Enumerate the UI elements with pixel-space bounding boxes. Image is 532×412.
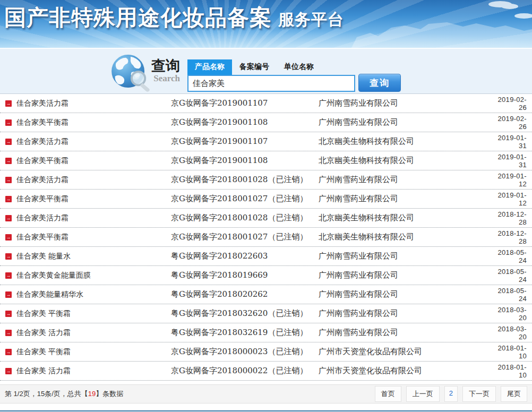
filing-number: 京G妆网备字2019001108	[171, 117, 319, 127]
product-cell: →佳合家美 活力霜	[0, 328, 171, 338]
table-row[interactable]: →佳合家美 平衡霜粤G妆网备字2018032620（已注销）广州南雪药业有限公司…	[0, 304, 532, 323]
globe-magnifier-icon	[109, 52, 150, 92]
product-name: 佳合家美黄金能量面膜	[16, 271, 91, 280]
table-row[interactable]: →佳合家美 活力霜粤G妆网备字2018032619（已注销）广州南雪药业有限公司…	[0, 323, 532, 342]
product-cell: →佳合家美活力霜	[0, 99, 171, 108]
filing-date: 2019-01-31	[495, 134, 527, 150]
pagination-button[interactable]: 首页	[375, 386, 401, 402]
page-subtitle: 服务平台	[278, 11, 344, 28]
company-name: 广州南雪药业有限公司	[319, 308, 495, 319]
table-row[interactable]: →佳合家美 平衡霜京G妆网备字2018000023（已注销）广州市天资堂化妆品有…	[0, 342, 532, 362]
filing-date: 2019-01-31	[495, 153, 527, 169]
product-name: 佳合家美平衡霜	[16, 233, 68, 242]
filing-number: 京G妆网备字2019001108	[171, 156, 319, 166]
logo-query-label: 查询	[151, 59, 180, 73]
page-title: 国产非特殊用途化妆品备案	[4, 5, 272, 30]
arrow-icon: →	[5, 368, 12, 374]
pagination-button[interactable]: 尾页	[501, 386, 527, 402]
company-name: 广州南雪药业有限公司	[319, 117, 495, 127]
table-row[interactable]: →佳合家美 活力霜京G妆网备字2018000022（已注销）广州市天资堂化妆品有…	[0, 362, 532, 381]
result-summary: 第 1/2页，15条/页，总共【19】条数据	[5, 389, 123, 399]
product-cell: →佳合家美活力霜	[0, 213, 171, 223]
filing-date: 2018-05-24	[495, 268, 527, 284]
pagination-button[interactable]: 上一页	[406, 386, 440, 402]
table-row[interactable]: →佳合家美能量精华水粤G妆网备字2018020262广州南雪药业有限公司2018…	[0, 285, 532, 304]
results-table: →佳合家美活力霜京G妆网备字2019001107广州南雪药业有限公司2019-0…	[0, 94, 532, 381]
arrow-icon: →	[5, 100, 12, 107]
arrow-icon: →	[5, 139, 12, 145]
company-name: 广州南雪药业有限公司	[319, 270, 495, 280]
product-name: 佳合家美平衡霜	[16, 118, 68, 127]
product-name: 佳合家美 能量水	[16, 252, 71, 261]
pagination-bar: 第 1/2页，15条/页，总共【19】条数据 首页上一页2下一页尾页	[0, 384, 532, 404]
company-name: 广州南雪药业有限公司	[319, 328, 495, 338]
arrow-icon: →	[5, 253, 12, 260]
product-name: 佳合家美活力霜	[16, 137, 68, 147]
table-row[interactable]: →佳合家美平衡霜京G妆网备字2018001027（已注销）广州南雪药业有限公司2…	[0, 190, 532, 209]
product-cell: →佳合家美能量精华水	[0, 290, 171, 299]
product-name: 佳合家美 平衡霜	[16, 347, 71, 357]
filing-number: 京G妆网备字2018001027（已注销）	[171, 194, 319, 204]
total-count: 19	[88, 390, 96, 398]
filing-date: 2019-02-26	[495, 115, 527, 131]
company-name: 北京幽美生物科技有限公司	[319, 213, 495, 223]
table-row[interactable]: →佳合家美活力霜京G妆网备字2019001107北京幽美生物科技有限公司2019…	[0, 132, 532, 151]
filing-number: 京G妆网备字2018000023（已注销）	[171, 347, 319, 357]
product-cell: →佳合家美平衡霜	[0, 194, 171, 204]
product-name: 佳合家美平衡霜	[16, 156, 68, 166]
table-row[interactable]: →佳合家美活力霜京G妆网备字2018001028（已注销）北京幽美生物科技有限公…	[0, 209, 532, 228]
search-input[interactable]	[187, 75, 355, 92]
table-row[interactable]: →佳合家美 能量水粤G妆网备字2018022603广州南雪药业有限公司2018-…	[0, 247, 532, 266]
filing-number: 粤G妆网备字2018022603	[171, 251, 319, 261]
search-tab-1[interactable]: 产品名称	[187, 59, 232, 75]
filing-date: 2018-05-24	[495, 287, 527, 303]
company-name: 北京幽美生物科技有限公司	[319, 232, 495, 242]
product-cell: →佳合家美平衡霜	[0, 233, 171, 242]
product-name: 佳合家美活力霜	[16, 175, 68, 185]
product-cell: →佳合家美活力霜	[0, 175, 171, 185]
table-row[interactable]: →佳合家美平衡霜京G妆网备字2019001108广州南雪药业有限公司2019-0…	[0, 113, 532, 132]
filing-date: 2018-03-20	[495, 306, 527, 322]
arrow-icon: →	[5, 234, 12, 241]
table-row[interactable]: →佳合家美活力霜京G妆网备字2019001107广州南雪药业有限公司2019-0…	[0, 94, 532, 113]
filing-date: 2018-01-10	[495, 344, 527, 360]
table-row[interactable]: →佳合家美黄金能量面膜粤G妆网备字2018019669广州南雪药业有限公司201…	[0, 266, 532, 285]
product-cell: →佳合家美平衡霜	[0, 156, 171, 166]
filing-number: 京G妆网备字2018001028（已注销）	[171, 213, 319, 223]
product-cell: →佳合家美 平衡霜	[0, 347, 171, 357]
company-name: 北京幽美生物科技有限公司	[319, 136, 495, 147]
product-name: 佳合家美 活力霜	[16, 366, 71, 376]
product-name: 佳合家美能量精华水	[16, 290, 83, 299]
page-number-button[interactable]: 2	[444, 386, 458, 402]
search-tab-3[interactable]: 单位名称	[277, 59, 321, 75]
product-name: 佳合家美 平衡霜	[16, 309, 71, 319]
search-button[interactable]: 查询	[358, 74, 401, 92]
table-row[interactable]: →佳合家美活力霜京G妆网备字2018001028（已注销）广州南雪药业有限公司2…	[0, 170, 532, 190]
pagination-button[interactable]: 下一页	[462, 386, 496, 402]
filing-date: 2019-02-26	[495, 96, 527, 111]
product-cell: →佳合家美 活力霜	[0, 366, 171, 376]
table-row[interactable]: →佳合家美平衡霜京G妆网备字2019001108北京幽美生物科技有限公司2019…	[0, 151, 532, 170]
arrow-icon: →	[5, 311, 12, 317]
filing-number: 粤G妆网备字2018032619（已注销）	[171, 328, 319, 338]
product-name: 佳合家美活力霜	[16, 99, 68, 108]
arrow-icon: →	[5, 215, 12, 221]
filing-number: 粤G妆网备字2018019669	[171, 270, 319, 280]
search-tab-2[interactable]: 备案编号	[232, 59, 277, 75]
product-cell: →佳合家美活力霜	[0, 137, 171, 147]
product-name: 佳合家美平衡霜	[16, 194, 68, 204]
filing-date: 2018-01-10	[495, 363, 527, 379]
company-name: 广州南雪药业有限公司	[319, 175, 495, 185]
world-map-decoration	[341, 0, 532, 48]
company-name: 北京幽美生物科技有限公司	[319, 156, 495, 166]
company-name: 广州市天资堂化妆品有限公司	[319, 366, 495, 376]
filing-date: 2019-01-12	[495, 191, 527, 207]
arrow-icon: →	[5, 272, 12, 279]
table-row[interactable]: →佳合家美平衡霜京G妆网备字2018001027（已注销）北京幽美生物科技有限公…	[0, 228, 532, 247]
arrow-icon: →	[5, 119, 12, 126]
arrow-icon: →	[5, 291, 12, 298]
filing-date: 2019-01-12	[495, 172, 527, 188]
filing-number: 京G妆网备字2018001028（已注销）	[171, 175, 319, 185]
filing-number: 京G妆网备字2019001107	[171, 98, 319, 108]
product-cell: →佳合家美 能量水	[0, 252, 171, 261]
